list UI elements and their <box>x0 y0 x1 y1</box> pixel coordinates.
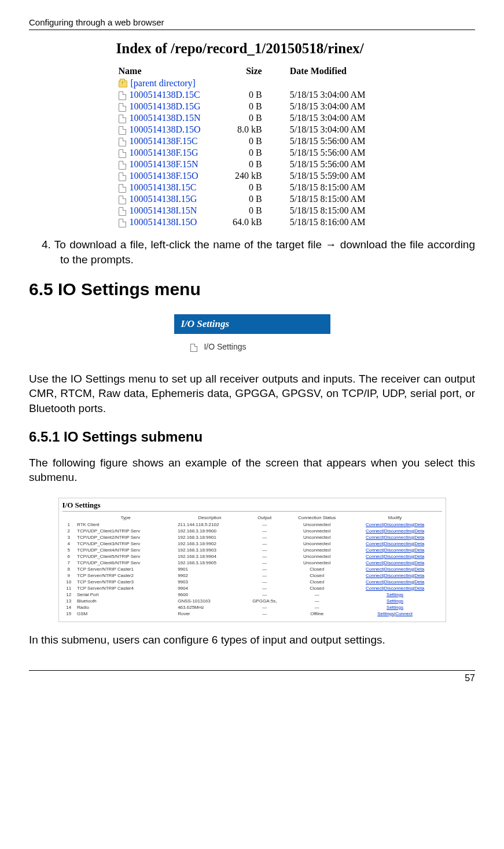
file-link[interactable]: 1000514138F.15O <box>130 171 198 181</box>
row-desc: 192.168.3.18:9905 <box>176 560 244 566</box>
file-link[interactable]: 1000514138D.15G <box>130 101 201 111</box>
disconnecting-link[interactable]: Disconnecting <box>384 541 413 546</box>
disconnecting-link[interactable]: Disconnecting <box>384 535 413 540</box>
file-date: 5/18/15 8:15:00 AM <box>273 193 388 205</box>
table-header-row: Type Description Output Connection Statu… <box>62 514 442 521</box>
connect-link[interactable]: Connect <box>366 560 383 565</box>
disconnecting-link[interactable]: Disconnecting <box>384 573 413 578</box>
row-status: — <box>286 604 348 611</box>
row-num: 10 <box>62 579 76 585</box>
page-number: 57 <box>29 670 475 683</box>
file-link[interactable]: 1000514138F.15N <box>130 159 198 169</box>
io-settings-label: I/O Settings <box>204 342 246 351</box>
file-size: 0 B <box>222 182 273 193</box>
connect-link[interactable]: Connect <box>366 554 383 559</box>
settings-link[interactable]: Settings <box>387 592 403 597</box>
row-desc: GNSS-1013163 <box>176 598 244 604</box>
detail-link[interactable]: Deta <box>414 522 424 527</box>
figure-io-settings-table: I/O Settings Type Description Output Con… <box>58 498 446 622</box>
file-icon <box>119 91 126 100</box>
detail-link[interactable]: Deta <box>414 560 424 565</box>
col-date: Date Modified <box>273 65 388 78</box>
connect-link[interactable]: Connect <box>366 522 383 527</box>
table-header-row: Name Size Date Modified <box>116 65 388 78</box>
disconnecting-link[interactable]: Disconnecting <box>384 522 413 527</box>
file-icon <box>119 196 126 204</box>
disconnecting-link[interactable]: Disconnecting <box>384 547 413 553</box>
disconnecting-link[interactable]: Disconnecting <box>384 567 413 572</box>
file-date: 5/18/15 3:04:00 AM <box>273 101 388 112</box>
settings-link[interactable]: Settings <box>377 611 394 616</box>
connect-link[interactable]: Connect <box>366 541 383 546</box>
row-desc: 9904 <box>176 585 244 591</box>
connect-link[interactable]: Connect <box>366 573 383 578</box>
row-status: Closed <box>286 566 348 572</box>
row-num: 5 <box>62 547 76 553</box>
connect-link[interactable]: Connect <box>366 535 383 540</box>
row-output: — <box>244 541 286 547</box>
row-num: 7 <box>62 560 76 566</box>
document-icon <box>190 344 197 352</box>
file-size: 0 B <box>222 101 273 112</box>
connect-link[interactable]: Connect <box>366 547 383 553</box>
file-link[interactable]: 1000514138I.15G <box>130 194 197 204</box>
row-type: TCP/UDP_Client5/NTRIP Serv <box>75 553 176 560</box>
file-icon <box>119 219 126 227</box>
detail-link[interactable]: Deta <box>414 573 424 578</box>
file-link[interactable]: 1000514138D.15C <box>130 90 200 100</box>
connect-link[interactable]: Connect <box>366 586 383 591</box>
disconnecting-link[interactable]: Disconnecting <box>384 579 413 585</box>
file-link[interactable]: 1000514138D.15O <box>130 124 201 134</box>
table-row: 14Radio463.625MHz——Settings <box>62 604 442 611</box>
file-link[interactable]: 1000514138I.15C <box>130 182 197 192</box>
row-num: 13 <box>62 598 76 604</box>
connect-link[interactable]: Connect <box>395 611 413 616</box>
file-link[interactable]: 1000514138F.15C <box>130 136 198 146</box>
detail-link[interactable]: Deta <box>414 528 424 534</box>
connect-link[interactable]: Connect <box>366 567 383 572</box>
settings-link[interactable]: Settings <box>387 598 403 604</box>
settings-link[interactable]: Settings <box>387 605 403 610</box>
connect-link[interactable]: Connect <box>366 579 383 585</box>
io-settings-menu-item[interactable]: I/O Settings <box>174 334 330 355</box>
row-desc: 9903 <box>176 579 244 585</box>
detail-link[interactable]: Deta <box>414 579 424 585</box>
disconnecting-link[interactable]: Disconnecting <box>384 528 413 534</box>
row-num: 1 <box>62 521 76 528</box>
detail-link[interactable]: Deta <box>414 541 424 546</box>
file-link[interactable]: 1000514138I.15O <box>130 217 197 227</box>
detail-link[interactable]: Deta <box>414 554 424 559</box>
table-row: 3TCP/UDP_Client2/NTRIP Serv192.168.3.18:… <box>62 534 442 541</box>
row-modify: Connect|Disconnecting|Deta <box>348 528 442 534</box>
disconnecting-link[interactable]: Disconnecting <box>384 554 413 559</box>
row-num: 3 <box>62 534 76 541</box>
file-size: 0 B <box>222 112 273 124</box>
file-icon <box>119 149 126 158</box>
parent-dir-link[interactable]: [parent directory] <box>131 78 196 88</box>
row-desc: 9901 <box>176 566 244 572</box>
row-desc: 9600 <box>176 591 244 598</box>
file-date: 5/18/15 8:15:00 AM <box>273 182 388 193</box>
closing-paragraph: In this submenu, users can configure 6 t… <box>29 633 475 648</box>
table-row: 1000514138F.15N0 B5/18/15 5:56:00 AM <box>116 159 388 170</box>
disconnecting-link[interactable]: Disconnecting <box>384 560 413 565</box>
row-desc: 192.168.3.18:9901 <box>176 534 244 541</box>
file-link[interactable]: 1000514138D.15N <box>130 113 201 123</box>
detail-link[interactable]: Deta <box>414 535 424 540</box>
table-row: 1000514138F.15C0 B5/18/15 5:56:00 AM <box>116 135 388 147</box>
col-num <box>62 514 76 521</box>
connect-link[interactable]: Connect <box>366 528 383 534</box>
row-type: TCP Server/NTRIP Caster3 <box>75 579 176 585</box>
table-row: 12Serial Port9600——Settings <box>62 591 442 598</box>
numbered-step-4: 4. To download a file, left-click the na… <box>29 237 475 267</box>
disconnecting-link[interactable]: Disconnecting <box>384 586 413 591</box>
detail-link[interactable]: Deta <box>414 547 424 553</box>
row-num: 12 <box>62 591 76 598</box>
detail-link[interactable]: Deta <box>414 586 424 591</box>
row-modify: Connect|Disconnecting|Deta <box>348 547 442 553</box>
file-link[interactable]: 1000514138I.15N <box>130 205 197 215</box>
file-link[interactable]: 1000514138F.15G <box>130 148 198 157</box>
row-output: — <box>244 560 286 566</box>
table-row: 5TCP/UDP_Client4/NTRIP Serv192.168.3.18:… <box>62 547 442 553</box>
detail-link[interactable]: Deta <box>414 567 424 572</box>
